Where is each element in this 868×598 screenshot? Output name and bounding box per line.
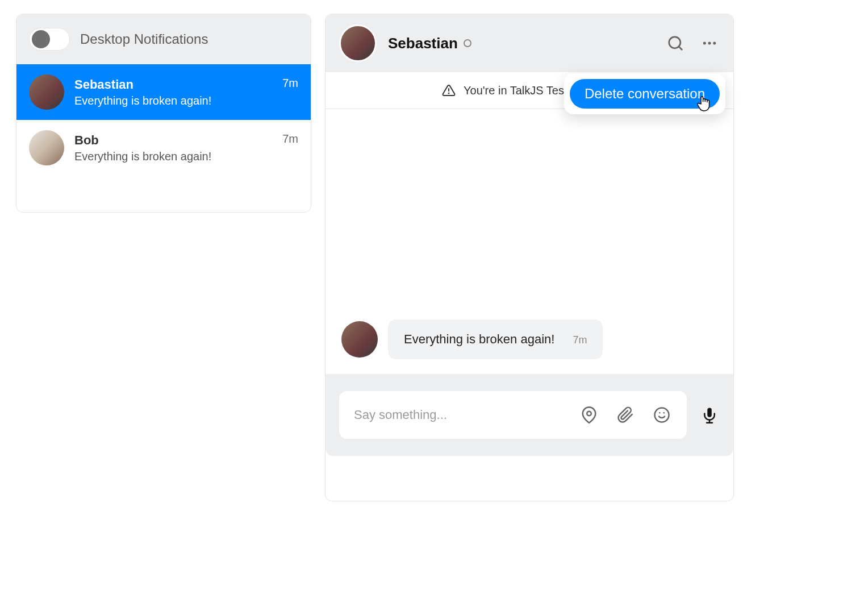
conversation-list: Sebastian Everything is broken again! 7m… — [16, 64, 311, 176]
message-row: Everything is broken again! 7m — [341, 319, 603, 359]
conversation-item-sebastian[interactable]: Sebastian Everything is broken again! 7m — [16, 64, 311, 120]
messages-area[interactable]: Everything is broken again! 7m — [326, 109, 733, 374]
avatar — [341, 321, 378, 358]
attachment-button[interactable] — [615, 405, 636, 425]
toggle-knob — [32, 30, 50, 48]
svg-point-7 — [587, 412, 591, 416]
location-pin-icon — [581, 406, 598, 423]
message-bubble: Everything is broken again! 7m — [388, 319, 603, 359]
svg-point-2 — [703, 42, 706, 45]
notifications-toggle[interactable] — [29, 28, 70, 51]
svg-point-3 — [708, 42, 711, 45]
conversation-body: Bob Everything is broken again! — [74, 133, 272, 163]
pointer-cursor-icon — [696, 95, 713, 117]
inbox-panel: Desktop Notifications Sebastian Everythi… — [16, 14, 311, 213]
chat-panel: Sebastian You're in TalkJS Test Mode. To… — [325, 14, 734, 501]
message-input-box — [339, 391, 687, 439]
avatar — [339, 24, 377, 62]
conversation-name: Bob — [74, 133, 272, 148]
svg-point-8 — [655, 408, 669, 422]
conversation-preview: Everything is broken again! — [74, 150, 272, 163]
conversation-preview: Everything is broken again! — [74, 94, 272, 107]
microphone-icon — [701, 406, 718, 423]
voice-button[interactable] — [699, 405, 720, 425]
chat-header: Sebastian — [326, 14, 733, 72]
svg-line-1 — [679, 47, 682, 49]
conversation-time: 7m — [282, 77, 298, 90]
warning-icon — [442, 84, 456, 97]
search-icon — [667, 35, 684, 52]
search-button[interactable] — [665, 33, 686, 53]
emoji-button[interactable] — [652, 405, 672, 425]
svg-point-6 — [449, 93, 449, 94]
notifications-label: Desktop Notifications — [80, 31, 208, 47]
conversation-body: Sebastian Everything is broken again! — [74, 77, 272, 107]
location-button[interactable] — [579, 405, 599, 425]
avatar — [29, 130, 64, 165]
message-input[interactable] — [354, 408, 565, 422]
chat-title-text: Sebastian — [388, 35, 458, 52]
more-button[interactable] — [699, 33, 720, 53]
more-horizontal-icon — [701, 35, 718, 52]
notifications-header: Desktop Notifications — [16, 14, 311, 64]
presence-indicator-icon — [464, 39, 471, 47]
compose-icons — [579, 405, 672, 425]
avatar — [29, 74, 64, 110]
conversation-time: 7m — [282, 132, 298, 146]
smile-icon — [653, 406, 670, 423]
chat-title: Sebastian — [388, 35, 471, 52]
paperclip-icon — [617, 406, 634, 423]
message-time: 7m — [573, 334, 587, 346]
svg-point-4 — [713, 42, 716, 45]
conversation-name: Sebastian — [74, 77, 272, 92]
compose-area — [326, 374, 733, 456]
conversation-item-bob[interactable]: Bob Everything is broken again! 7m — [16, 120, 311, 176]
message-text: Everything is broken again! — [404, 332, 554, 347]
chat-header-actions — [665, 33, 720, 53]
